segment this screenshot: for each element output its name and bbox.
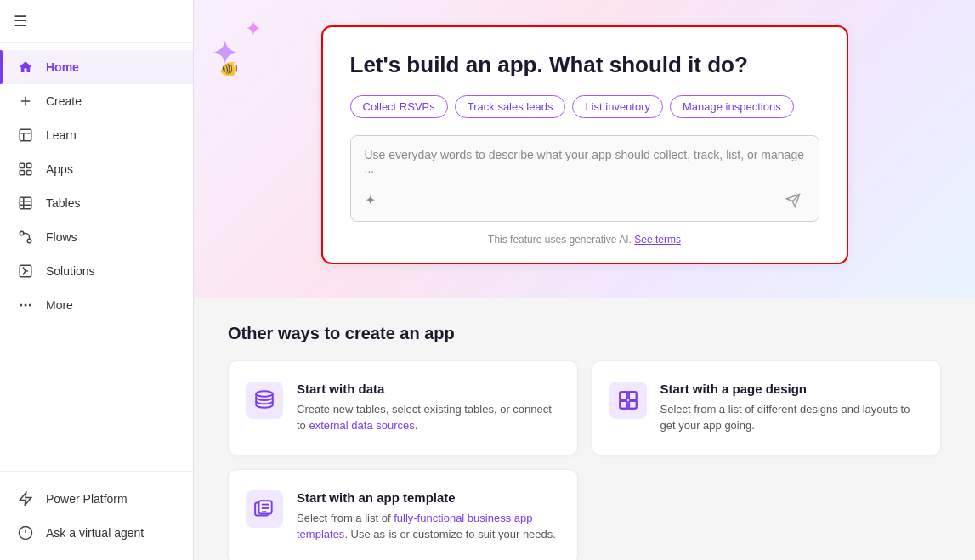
svg-rect-7 (20, 171, 24, 175)
svg-rect-30 (620, 401, 627, 409)
hamburger-icon[interactable]: ☰ (14, 12, 27, 31)
sidebar-item-create-label: Create (46, 94, 82, 108)
sidebar-item-learn-label: Learn (46, 128, 77, 142)
svg-rect-6 (27, 163, 31, 167)
chip-track-sales[interactable]: Track sales leads (455, 95, 566, 118)
sidebar-item-flows-label: Flows (46, 230, 77, 244)
start-with-data-icon (246, 382, 283, 419)
sidebar: ☰ Home Create Learn App (0, 0, 194, 560)
ask-agent-icon (17, 524, 34, 541)
solutions-icon (17, 263, 34, 280)
sidebar-item-apps-label: Apps (46, 162, 73, 176)
sidebar-item-home-label: Home (46, 60, 79, 74)
template-link[interactable]: fully-functional business app templates (297, 512, 532, 541)
svg-rect-5 (20, 163, 24, 167)
other-ways-title: Other ways to create an app (228, 324, 941, 343)
svg-marker-20 (20, 493, 31, 506)
chip-list-inventory[interactable]: List inventory (572, 95, 663, 118)
sidebar-header: ☰ (0, 0, 193, 43)
hero-section: ✦ ✦ 🐠 Let's build an app. What should it… (194, 0, 975, 298)
svg-rect-8 (27, 171, 31, 175)
power-platform-icon (17, 490, 34, 507)
sidebar-item-tables-label: Tables (46, 196, 80, 210)
ai-notice: This feature uses generative AI. See ter… (350, 234, 819, 246)
svg-rect-2 (20, 129, 31, 141)
svg-rect-9 (20, 197, 31, 209)
sidebar-item-flows[interactable]: Flows (0, 220, 193, 254)
svg-rect-28 (620, 392, 627, 399)
svg-point-17 (20, 304, 22, 307)
home-icon (17, 59, 34, 76)
sidebar-item-solutions-label: Solutions (46, 264, 95, 278)
send-button[interactable] (781, 189, 805, 212)
svg-point-26 (256, 391, 273, 397)
svg-point-14 (27, 239, 31, 243)
svg-point-13 (20, 231, 24, 235)
sidebar-item-ask-agent[interactable]: Ask a virtual agent (0, 516, 193, 550)
start-with-page-design-icon (609, 382, 647, 419)
svg-point-18 (25, 304, 27, 307)
start-with-template-body: Start with an app template Select from a… (297, 490, 560, 543)
sidebar-item-solutions[interactable]: Solutions (0, 254, 193, 288)
input-footer: ✦ (365, 189, 805, 212)
sidebar-item-create[interactable]: Create (0, 84, 193, 118)
other-ways-section: Other ways to create an app Start with d… (194, 298, 975, 560)
start-with-data-title: Start with data (297, 382, 560, 396)
flows-icon (17, 229, 34, 246)
sidebar-item-more-label: More (46, 298, 73, 312)
sidebar-item-power-platform-label: Power Platform (46, 492, 128, 506)
start-with-page-design-title: Start with a page design (660, 382, 924, 396)
app-description-placeholder[interactable]: Use everyday words to describe what your… (365, 148, 805, 182)
chip-collect-rsvps[interactable]: Collect RSVPs (350, 95, 448, 118)
start-with-page-design-desc: Select from a list of different designs … (660, 401, 924, 434)
start-with-data-desc: Create new tables, select existing table… (297, 401, 560, 434)
start-with-template-card[interactable]: Start with an app template Select from a… (228, 469, 578, 560)
external-data-link[interactable]: external data sources (309, 419, 414, 432)
see-terms-link[interactable]: See terms (634, 234, 681, 246)
start-with-template-icon (246, 490, 283, 528)
start-with-page-design-body: Start with a page design Select from a l… (660, 382, 924, 434)
sidebar-nav: Home Create Learn Apps T (0, 43, 193, 471)
sidebar-bottom: Power Platform Ask a virtual agent (0, 471, 193, 560)
start-with-data-card[interactable]: Start with data Create new tables, selec… (228, 360, 578, 455)
create-icon (17, 93, 34, 110)
app-builder-card: Let's build an app. What should it do? C… (321, 25, 848, 264)
main-content: ✦ ✦ 🐠 Let's build an app. What should it… (194, 0, 975, 560)
sidebar-item-power-platform[interactable]: Power Platform (0, 482, 193, 516)
start-with-template-title: Start with an app template (297, 490, 560, 505)
start-with-data-body: Start with data Create new tables, selec… (297, 382, 560, 434)
sidebar-item-tables[interactable]: Tables (0, 186, 193, 220)
more-icon (17, 297, 34, 314)
option-cards-grid: Start with data Create new tables, selec… (228, 360, 941, 560)
sidebar-item-learn[interactable]: Learn (0, 118, 193, 152)
sidebar-item-apps[interactable]: Apps (0, 152, 193, 186)
start-with-template-desc: Select from a list of fully-functional b… (297, 510, 560, 543)
sidebar-item-more[interactable]: More (0, 288, 193, 322)
sidebar-item-ask-agent-label: Ask a virtual agent (46, 526, 144, 540)
start-with-page-design-card[interactable]: Start with a page design Select from a l… (592, 360, 942, 455)
svg-point-19 (29, 304, 31, 307)
svg-rect-31 (629, 401, 637, 409)
sidebar-item-home[interactable]: Home (0, 50, 193, 84)
app-builder-title: Let's build an app. What should it do? (350, 51, 819, 80)
chip-manage-inspections[interactable]: Manage inspections (670, 95, 794, 118)
learn-icon (17, 127, 34, 144)
svg-rect-27 (620, 392, 637, 409)
tables-icon (17, 195, 34, 212)
hero-decoration: ✦ ✦ 🐠 (211, 25, 240, 75)
app-description-input-area: Use everyday words to describe what your… (350, 135, 819, 222)
apps-icon (17, 161, 34, 178)
sparkle-icon: ✦ (365, 192, 376, 208)
suggestion-chips: Collect RSVPs Track sales leads List inv… (350, 95, 819, 118)
